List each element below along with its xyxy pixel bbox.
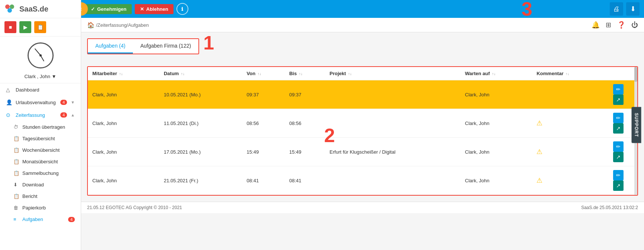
cell-mitarbeiter: Clark, John bbox=[88, 109, 159, 138]
nav-sub-label: Download bbox=[22, 182, 44, 188]
sort-icon-kommentar[interactable]: ↑↓ bbox=[565, 72, 569, 76]
sidebar-item-aufgaben[interactable]: ≡ Aufgaben 4 bbox=[0, 214, 81, 225]
cell-projekt bbox=[325, 109, 460, 138]
download-icon: ⬇ bbox=[13, 182, 19, 188]
sort-icon-mitarbeiter[interactable]: ↑↓ bbox=[119, 72, 123, 76]
cell-warten-auf: Clark, John bbox=[460, 80, 532, 109]
sidebar-item-papierkorb[interactable]: 🗑 Papierkorb bbox=[0, 202, 81, 214]
col-kommentar: Kommentar ↑↓ bbox=[532, 67, 608, 80]
sidebar-item-sammelbuchung[interactable]: 📋 Sammelbuchung bbox=[0, 167, 81, 179]
edit-button-2[interactable]: ✏ bbox=[613, 141, 624, 152]
cell-datum: 17.05.2021 (Mo.) bbox=[159, 138, 242, 166]
tab-aufgaben[interactable]: Aufgaben (4) bbox=[88, 39, 133, 54]
sort-icon-warten[interactable]: ↑↓ bbox=[492, 72, 495, 76]
sidebar-item-urlaubsverwaltung[interactable]: 👤 Urlaubsverwaltung 4 ▼ bbox=[0, 96, 81, 109]
help-icon[interactable]: ❓ bbox=[617, 21, 625, 29]
nav-sub-label: Wochenübersicht bbox=[22, 147, 60, 153]
topbar-right: 🖨 ⬇ bbox=[610, 2, 640, 16]
tab-aufgaben-firma[interactable]: Aufgaben Firma (122) bbox=[133, 39, 198, 54]
sidebar-toolbar: ■ ▶ 📋 bbox=[0, 18, 81, 36]
cell-actions: ✏ ↗ bbox=[608, 166, 637, 195]
power-icon[interactable]: ⏻ bbox=[631, 21, 638, 29]
sidebar-item-download[interactable]: ⬇ Download bbox=[0, 179, 81, 190]
sidebar-item-label: Zeiterfassung bbox=[16, 112, 45, 118]
external-button-1[interactable]: ↗ bbox=[613, 123, 624, 134]
edit-button-0[interactable]: ✏ bbox=[613, 84, 624, 94]
col-von: Von ↑↓ bbox=[242, 67, 285, 80]
stop-button[interactable]: ■ bbox=[4, 21, 16, 33]
play-button[interactable]: ▶ bbox=[19, 21, 31, 33]
zeit-badge: 4 bbox=[60, 112, 67, 118]
scrollbar-thumb[interactable] bbox=[634, 67, 637, 82]
user-section[interactable]: Clark , John ▼ bbox=[0, 71, 81, 83]
cell-datum: 11.05.2021 (Di.) bbox=[159, 109, 242, 138]
info-icon: ℹ bbox=[181, 6, 183, 12]
sidebar: SaaS.de ■ ▶ 📋 Clark , John ▼ △ Dashboard… bbox=[0, 0, 81, 250]
support-tab[interactable]: SUPPORT bbox=[631, 107, 641, 143]
breadcrumb-path: /Zeiterfassung/Aufgaben bbox=[96, 22, 149, 28]
clock bbox=[28, 42, 54, 68]
grid-icon[interactable]: ⊞ bbox=[606, 21, 611, 29]
edit-button-1[interactable]: ✏ bbox=[613, 113, 624, 123]
reject-button[interactable]: ✕ Ablehnen bbox=[135, 4, 173, 14]
nav-sub-label: Papierkorb bbox=[22, 205, 46, 211]
external-button-0[interactable]: ↗ bbox=[613, 94, 624, 105]
sidebar-item-zeiterfassung[interactable]: ⊙ Zeiterfassung 4 ▲ bbox=[0, 109, 81, 121]
sidebar-item-tagesubersicht[interactable]: 📋 Tagesübersicht bbox=[0, 133, 81, 144]
svg-point-2 bbox=[7, 8, 12, 13]
sidebar-item-stunden-ubertragen[interactable]: ⏱ Stunden übertragen bbox=[0, 121, 81, 133]
urlaub-badge: 4 bbox=[60, 100, 67, 105]
table-row: Clark, John 10.05.2021 (Mo.) 09:37 09:37… bbox=[88, 80, 637, 109]
tabs-container: Aufgaben (4) Aufgaben Firma (122) bbox=[87, 38, 199, 54]
cell-warten-auf: Clark, John bbox=[460, 138, 532, 166]
cell-kommentar bbox=[532, 80, 608, 109]
topbar: ‹ ✓ Genehmigen ✕ Ablehnen ℹ 3 🖨 ⬇ bbox=[81, 0, 644, 18]
col-bis-label: Bis bbox=[289, 71, 297, 76]
home-icon: 🏠 bbox=[87, 22, 95, 29]
table-body: Clark, John 10.05.2021 (Mo.) 09:37 09:37… bbox=[88, 80, 637, 195]
cell-mitarbeiter: Clark, John bbox=[88, 166, 159, 195]
zeit-chevron: ▲ bbox=[71, 113, 75, 117]
cell-datum: 21.05.2021 (Fr.) bbox=[159, 166, 242, 195]
bell-icon[interactable]: 🔔 bbox=[592, 21, 600, 29]
info-button[interactable]: ℹ bbox=[176, 3, 188, 15]
external-button-2[interactable]: ↗ bbox=[613, 152, 624, 162]
print-button[interactable]: 🖨 bbox=[610, 2, 623, 16]
sidebar-item-dashboard[interactable]: △ Dashboard bbox=[0, 83, 81, 96]
col-kommentar-label: Kommentar bbox=[536, 71, 563, 76]
wochen-icon: 📋 bbox=[13, 147, 19, 153]
sidebar-item-monatsübersicht[interactable]: 📋 Monatsübersicht bbox=[0, 156, 81, 167]
svg-point-0 bbox=[5, 4, 10, 9]
cell-mitarbeiter: Clark, John bbox=[88, 138, 159, 166]
cell-projekt bbox=[325, 80, 460, 109]
sort-icon-datum[interactable]: ↑↓ bbox=[181, 72, 185, 76]
cell-von: 08:56 bbox=[242, 109, 285, 138]
aufgaben-badge: 4 bbox=[68, 217, 75, 222]
edit-button-3[interactable]: ✏ bbox=[613, 170, 624, 180]
nav-sub-label: Sammelbuchung bbox=[22, 170, 59, 176]
cell-warten-auf: Clark, John bbox=[460, 109, 532, 138]
cell-bis: 15:49 bbox=[285, 138, 325, 166]
nav-sub-label: Monatsübersicht bbox=[22, 159, 58, 164]
download-button[interactable]: ⬇ bbox=[626, 2, 640, 16]
sidebar-item-label: Urlaubsverwaltung bbox=[16, 100, 56, 105]
sidebar-item-wochenubersicht[interactable]: 📋 Wochenübersicht bbox=[0, 144, 81, 156]
cell-von: 15:49 bbox=[242, 138, 285, 166]
print-icon: 🖨 bbox=[613, 5, 620, 13]
col-von-label: Von bbox=[247, 71, 256, 76]
approve-button[interactable]: ✓ Genehmigen bbox=[86, 4, 132, 14]
monats-icon: 📋 bbox=[13, 159, 19, 164]
sort-icon-projekt[interactable]: ↑↓ bbox=[348, 72, 352, 76]
logo-area: SaaS.de bbox=[0, 0, 81, 18]
task-button[interactable]: 📋 bbox=[34, 21, 46, 33]
header-icons: 🔔 ⊞ ❓ ⏻ bbox=[592, 21, 638, 29]
sort-icon-bis[interactable]: ↑↓ bbox=[299, 72, 303, 76]
sort-icon-von[interactable]: ↑↓ bbox=[258, 72, 261, 76]
urlaub-chevron: ▼ bbox=[71, 100, 75, 105]
sidebar-item-bericht[interactable]: 📋 Bericht bbox=[0, 190, 81, 202]
warning-icon: ⚠ bbox=[536, 177, 542, 184]
content-header: 🏠 /Zeiterfassung/Aufgaben 🔔 ⊞ ❓ ⏻ bbox=[81, 18, 644, 32]
external-button-3[interactable]: ↗ bbox=[613, 180, 624, 191]
col-warten-auf: Warten auf ↑↓ bbox=[460, 67, 532, 80]
cell-actions: ✏ ↗ bbox=[608, 80, 637, 109]
